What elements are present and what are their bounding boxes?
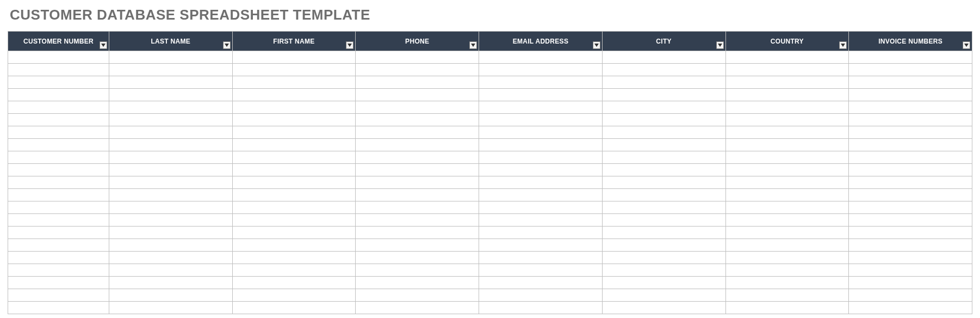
cell[interactable] bbox=[479, 164, 603, 176]
cell[interactable] bbox=[849, 176, 972, 189]
cell[interactable] bbox=[356, 264, 479, 277]
cell[interactable] bbox=[849, 89, 972, 101]
cell[interactable] bbox=[602, 239, 725, 252]
cell[interactable] bbox=[849, 139, 972, 151]
filter-dropdown-icon[interactable] bbox=[593, 41, 600, 49]
cell[interactable] bbox=[479, 101, 603, 114]
cell[interactable] bbox=[8, 252, 109, 264]
cell[interactable] bbox=[602, 176, 725, 189]
filter-dropdown-icon[interactable] bbox=[346, 41, 353, 49]
filter-dropdown-icon[interactable] bbox=[223, 41, 231, 49]
cell[interactable] bbox=[109, 151, 232, 164]
cell[interactable] bbox=[849, 302, 972, 314]
cell[interactable] bbox=[109, 302, 232, 314]
cell[interactable] bbox=[479, 264, 603, 277]
cell[interactable] bbox=[725, 189, 849, 201]
cell[interactable] bbox=[479, 76, 603, 89]
cell[interactable] bbox=[109, 176, 232, 189]
cell[interactable] bbox=[109, 51, 232, 64]
cell[interactable] bbox=[602, 227, 725, 239]
cell[interactable] bbox=[479, 51, 603, 64]
cell[interactable] bbox=[8, 264, 109, 277]
cell[interactable] bbox=[8, 214, 109, 227]
cell[interactable] bbox=[8, 164, 109, 176]
cell[interactable] bbox=[479, 189, 603, 201]
cell[interactable] bbox=[8, 51, 109, 64]
cell[interactable] bbox=[602, 302, 725, 314]
cell[interactable] bbox=[109, 114, 232, 126]
cell[interactable] bbox=[8, 289, 109, 302]
cell[interactable] bbox=[109, 76, 232, 89]
cell[interactable] bbox=[232, 239, 356, 252]
filter-dropdown-icon[interactable] bbox=[839, 41, 847, 49]
cell[interactable] bbox=[479, 64, 603, 76]
cell[interactable] bbox=[232, 289, 356, 302]
cell[interactable] bbox=[8, 76, 109, 89]
cell[interactable] bbox=[232, 126, 356, 139]
cell[interactable] bbox=[602, 151, 725, 164]
cell[interactable] bbox=[602, 139, 725, 151]
cell[interactable] bbox=[232, 164, 356, 176]
cell[interactable] bbox=[232, 51, 356, 64]
cell[interactable] bbox=[479, 126, 603, 139]
cell[interactable] bbox=[725, 239, 849, 252]
cell[interactable] bbox=[8, 201, 109, 214]
cell[interactable] bbox=[356, 214, 479, 227]
cell[interactable] bbox=[725, 201, 849, 214]
cell[interactable] bbox=[849, 64, 972, 76]
cell[interactable] bbox=[356, 302, 479, 314]
cell[interactable] bbox=[602, 189, 725, 201]
cell[interactable] bbox=[479, 302, 603, 314]
cell[interactable] bbox=[849, 239, 972, 252]
cell[interactable] bbox=[232, 101, 356, 114]
filter-dropdown-icon[interactable] bbox=[469, 41, 477, 49]
cell[interactable] bbox=[232, 64, 356, 76]
cell[interactable] bbox=[479, 201, 603, 214]
cell[interactable] bbox=[602, 289, 725, 302]
filter-dropdown-icon[interactable] bbox=[716, 41, 724, 49]
cell[interactable] bbox=[356, 176, 479, 189]
cell[interactable] bbox=[8, 176, 109, 189]
cell[interactable] bbox=[356, 252, 479, 264]
cell[interactable] bbox=[479, 289, 603, 302]
cell[interactable] bbox=[725, 64, 849, 76]
cell[interactable] bbox=[232, 176, 356, 189]
cell[interactable] bbox=[109, 164, 232, 176]
cell[interactable] bbox=[849, 51, 972, 64]
cell[interactable] bbox=[356, 114, 479, 126]
cell[interactable] bbox=[8, 126, 109, 139]
cell[interactable] bbox=[479, 114, 603, 126]
cell[interactable] bbox=[849, 151, 972, 164]
cell[interactable] bbox=[849, 101, 972, 114]
cell[interactable] bbox=[8, 89, 109, 101]
cell[interactable] bbox=[602, 126, 725, 139]
cell[interactable] bbox=[109, 101, 232, 114]
cell[interactable] bbox=[356, 239, 479, 252]
cell[interactable] bbox=[232, 277, 356, 289]
cell[interactable] bbox=[725, 277, 849, 289]
cell[interactable] bbox=[8, 151, 109, 164]
cell[interactable] bbox=[109, 264, 232, 277]
cell[interactable] bbox=[232, 139, 356, 151]
cell[interactable] bbox=[232, 189, 356, 201]
cell[interactable] bbox=[725, 176, 849, 189]
cell[interactable] bbox=[725, 164, 849, 176]
cell[interactable] bbox=[849, 214, 972, 227]
filter-dropdown-icon[interactable] bbox=[963, 41, 970, 49]
cell[interactable] bbox=[232, 214, 356, 227]
cell[interactable] bbox=[602, 164, 725, 176]
cell[interactable] bbox=[109, 239, 232, 252]
cell[interactable] bbox=[356, 227, 479, 239]
cell[interactable] bbox=[8, 189, 109, 201]
cell[interactable] bbox=[849, 289, 972, 302]
cell[interactable] bbox=[725, 101, 849, 114]
cell[interactable] bbox=[849, 164, 972, 176]
cell[interactable] bbox=[849, 264, 972, 277]
cell[interactable] bbox=[356, 289, 479, 302]
cell[interactable] bbox=[232, 252, 356, 264]
cell[interactable] bbox=[725, 89, 849, 101]
cell[interactable] bbox=[849, 252, 972, 264]
cell[interactable] bbox=[479, 139, 603, 151]
cell[interactable] bbox=[356, 189, 479, 201]
cell[interactable] bbox=[8, 139, 109, 151]
